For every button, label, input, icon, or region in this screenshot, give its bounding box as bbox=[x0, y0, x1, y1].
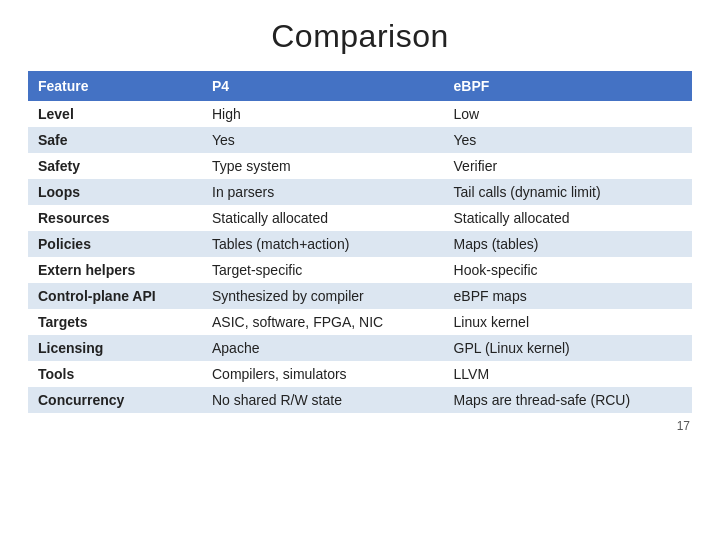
row-feature: Tools bbox=[28, 361, 202, 387]
row-p4-value: In parsers bbox=[202, 179, 444, 205]
row-ebpf-value: Hook-specific bbox=[444, 257, 692, 283]
row-feature: Targets bbox=[28, 309, 202, 335]
row-ebpf-value: Statically allocated bbox=[444, 205, 692, 231]
row-p4-value: Target-specific bbox=[202, 257, 444, 283]
row-p4-value: Yes bbox=[202, 127, 444, 153]
row-ebpf-value: Verifier bbox=[444, 153, 692, 179]
col-ebpf: eBPF bbox=[444, 71, 692, 101]
col-p4: P4 bbox=[202, 71, 444, 101]
comparison-table: Feature P4 eBPF LevelHighLowSafeYesYesSa… bbox=[28, 71, 692, 413]
row-ebpf-value: Tail calls (dynamic limit) bbox=[444, 179, 692, 205]
table-row: ToolsCompilers, simulatorsLLVM bbox=[28, 361, 692, 387]
table-row: LicensingApacheGPL (Linux kernel) bbox=[28, 335, 692, 361]
row-p4-value: Type system bbox=[202, 153, 444, 179]
table-row: SafetyType systemVerifier bbox=[28, 153, 692, 179]
page-title: Comparison bbox=[271, 18, 449, 55]
row-feature: Safety bbox=[28, 153, 202, 179]
table-row: SafeYesYes bbox=[28, 127, 692, 153]
table-row: Extern helpersTarget-specificHook-specif… bbox=[28, 257, 692, 283]
row-feature: Loops bbox=[28, 179, 202, 205]
row-feature: Control-plane API bbox=[28, 283, 202, 309]
col-feature: Feature bbox=[28, 71, 202, 101]
row-ebpf-value: Yes bbox=[444, 127, 692, 153]
table-row: TargetsASIC, software, FPGA, NICLinux ke… bbox=[28, 309, 692, 335]
row-feature: Licensing bbox=[28, 335, 202, 361]
table-header-row: Feature P4 eBPF bbox=[28, 71, 692, 101]
row-ebpf-value: Maps are thread-safe (RCU) bbox=[444, 387, 692, 413]
row-feature: Safe bbox=[28, 127, 202, 153]
row-p4-value: Statically allocated bbox=[202, 205, 444, 231]
row-ebpf-value: LLVM bbox=[444, 361, 692, 387]
row-p4-value: Synthesized by compiler bbox=[202, 283, 444, 309]
table-row: ResourcesStatically allocatedStatically … bbox=[28, 205, 692, 231]
row-p4-value: Tables (match+action) bbox=[202, 231, 444, 257]
row-p4-value: Compilers, simulators bbox=[202, 361, 444, 387]
row-p4-value: Apache bbox=[202, 335, 444, 361]
table-row: LevelHighLow bbox=[28, 101, 692, 127]
row-ebpf-value: Linux kernel bbox=[444, 309, 692, 335]
row-ebpf-value: GPL (Linux kernel) bbox=[444, 335, 692, 361]
row-p4-value: High bbox=[202, 101, 444, 127]
page-number: 17 bbox=[28, 419, 692, 433]
row-feature: Extern helpers bbox=[28, 257, 202, 283]
table-row: LoopsIn parsersTail calls (dynamic limit… bbox=[28, 179, 692, 205]
row-feature: Policies bbox=[28, 231, 202, 257]
page: Comparison Feature P4 eBPF LevelHighLowS… bbox=[0, 0, 720, 540]
row-feature: Level bbox=[28, 101, 202, 127]
row-p4-value: No shared R/W state bbox=[202, 387, 444, 413]
row-ebpf-value: Maps (tables) bbox=[444, 231, 692, 257]
row-feature: Concurrency bbox=[28, 387, 202, 413]
row-ebpf-value: Low bbox=[444, 101, 692, 127]
table-row: ConcurrencyNo shared R/W stateMaps are t… bbox=[28, 387, 692, 413]
row-p4-value: ASIC, software, FPGA, NIC bbox=[202, 309, 444, 335]
row-feature: Resources bbox=[28, 205, 202, 231]
table-row: PoliciesTables (match+action)Maps (table… bbox=[28, 231, 692, 257]
table-row: Control-plane APISynthesized by compiler… bbox=[28, 283, 692, 309]
row-ebpf-value: eBPF maps bbox=[444, 283, 692, 309]
